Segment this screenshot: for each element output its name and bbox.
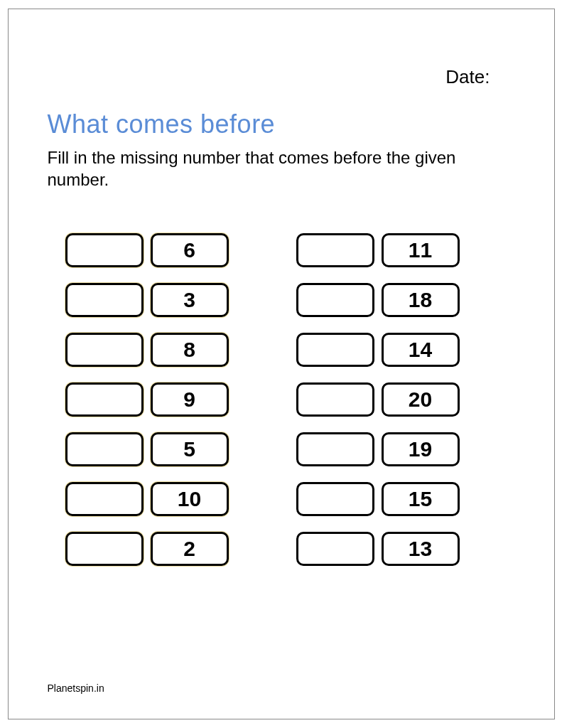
blank-box[interactable]: [296, 382, 374, 417]
problem-row: 19: [296, 432, 460, 466]
blank-box[interactable]: [65, 532, 144, 566]
blank-box[interactable]: [296, 482, 374, 516]
given-number-box: 10: [151, 482, 229, 516]
given-number-box: 18: [382, 283, 460, 317]
blank-box[interactable]: [296, 432, 374, 466]
given-number-box: 9: [151, 382, 229, 417]
given-number-box: 2: [151, 532, 229, 566]
problem-row: 13: [296, 532, 460, 566]
blank-box[interactable]: [65, 382, 144, 417]
blank-box[interactable]: [65, 333, 144, 367]
problem-row: 3: [65, 283, 229, 317]
given-number-box: 5: [151, 432, 229, 466]
problem-row: 8: [65, 333, 229, 367]
given-number-box: 11: [382, 233, 460, 267]
problem-row: 5: [65, 432, 229, 466]
blank-box[interactable]: [296, 283, 374, 317]
blank-box[interactable]: [65, 233, 144, 267]
problem-row: 18: [296, 283, 460, 317]
left-column: 6 3 8 9 5 10 2: [65, 233, 229, 566]
problem-row: 9: [65, 382, 229, 417]
problem-row: 15: [296, 482, 460, 516]
given-number-box: 20: [382, 382, 460, 417]
date-label: Date:: [48, 66, 515, 88]
blank-box[interactable]: [65, 482, 144, 516]
given-number-box: 14: [382, 333, 460, 367]
problem-row: 6: [65, 233, 229, 267]
blank-box[interactable]: [296, 333, 374, 367]
right-column: 11 18 14 20 19 15: [296, 233, 460, 566]
page-title: What comes before: [48, 109, 515, 139]
instructions-text: Fill in the missing number that comes be…: [48, 146, 488, 191]
problem-row: 10: [65, 482, 229, 516]
given-number-box: 15: [382, 482, 460, 516]
footer-credit: Planetspin.in: [48, 682, 104, 694]
blank-box[interactable]: [65, 283, 144, 317]
blank-box[interactable]: [296, 532, 374, 566]
problem-columns: 6 3 8 9 5 10 2: [48, 233, 515, 566]
problem-row: 11: [296, 233, 460, 267]
given-number-box: 3: [151, 283, 229, 317]
problem-row: 14: [296, 333, 460, 367]
given-number-box: 6: [151, 233, 229, 267]
given-number-box: 19: [382, 432, 460, 466]
blank-box[interactable]: [65, 432, 144, 466]
problem-row: 2: [65, 532, 229, 566]
blank-box[interactable]: [296, 233, 374, 267]
given-number-box: 13: [382, 532, 460, 566]
given-number-box: 8: [151, 333, 229, 367]
problem-row: 20: [296, 382, 460, 417]
worksheet-page: Date: What comes before Fill in the miss…: [8, 9, 555, 719]
